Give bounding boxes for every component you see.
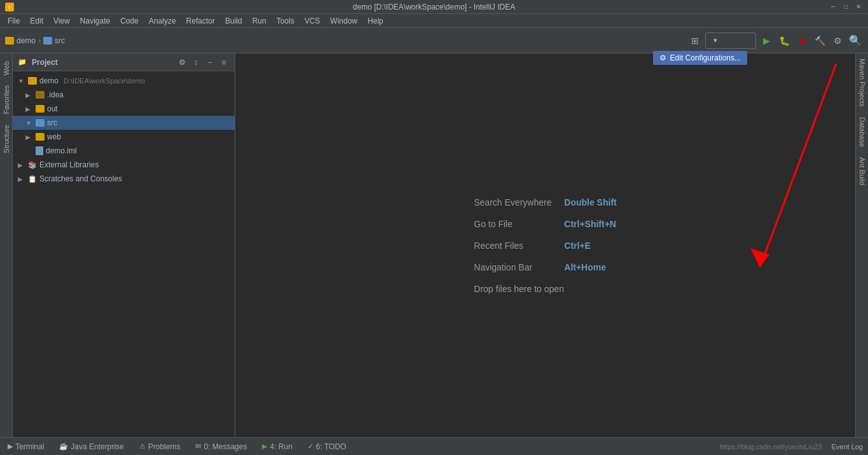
- right-tab-maven[interactable]: Maven Projects: [857, 53, 867, 112]
- expand-arrow-idea: ▶: [25, 92, 33, 99]
- edit-configurations-popup[interactable]: Edit Configurations...: [653, 51, 747, 65]
- project-folder-icon: [5, 37, 14, 45]
- run-config-dropdown[interactable]: ▼: [705, 32, 756, 49]
- right-tab-database[interactable]: Database: [857, 112, 867, 152]
- right-tab-ant[interactable]: Ant Build: [857, 152, 867, 190]
- bottom-tab-problems-label: Problems: [148, 442, 181, 451]
- breadcrumb: demo › src: [5, 36, 65, 45]
- project-panel-title: Project: [32, 58, 58, 67]
- scratches-icon: 📋: [28, 175, 37, 183]
- menu-navigate[interactable]: Navigate: [75, 14, 115, 28]
- hint-goto-label: Go to File: [474, 219, 556, 229]
- panel-more-icon[interactable]: ≡: [218, 57, 230, 68]
- menu-help[interactable]: Help: [362, 14, 389, 28]
- bottom-url: https://blog.csdn.net/yueshiLiu23 Event …: [720, 443, 863, 451]
- breadcrumb-src[interactable]: src: [43, 36, 65, 45]
- bottom-tab-java-enterprise[interactable]: ☕ Java Enterprise: [57, 442, 126, 451]
- left-tab-structure[interactable]: Structure: [1, 120, 11, 158]
- hint-search-key: Double Shift: [564, 197, 616, 207]
- minimize-button[interactable]: ─: [829, 3, 837, 11]
- run-icon: ▶: [262, 442, 267, 451]
- menu-refactor[interactable]: Refactor: [181, 14, 220, 28]
- bottom-tab-java-label: Java Enterprise: [71, 442, 123, 451]
- toolbar-button-1[interactable]: ⊞: [687, 33, 703, 48]
- tree-label-demo: demo: [39, 76, 59, 85]
- hint-search: Search Everywhere Double Shift: [474, 197, 616, 207]
- bottom-tab-todo-label: 6: TODO: [316, 442, 347, 451]
- panel-settings-icon[interactable]: ⚙: [176, 57, 188, 68]
- menu-run[interactable]: Run: [247, 14, 272, 28]
- maximize-button[interactable]: □: [841, 3, 850, 11]
- hint-drop: Drop files here to open: [474, 284, 616, 294]
- menu-analyze[interactable]: Analyze: [144, 14, 181, 28]
- editor-hints: Search Everywhere Double Shift Go to Fil…: [474, 197, 616, 294]
- panel-sync-icon[interactable]: ↕: [190, 57, 202, 68]
- app-icon: I: [5, 3, 14, 11]
- tree-label-web: web: [47, 132, 61, 141]
- hint-search-label: Search Everywhere: [474, 197, 556, 207]
- libraries-icon: 📚: [28, 161, 37, 169]
- panel-header-icons: ⚙ ↕ − ≡: [176, 57, 230, 68]
- bottom-bar: ▶ Terminal ☕ Java Enterprise ⚠ Problems …: [0, 437, 868, 455]
- menu-vcs[interactable]: VCS: [300, 14, 326, 28]
- problems-icon: ⚠: [139, 442, 146, 451]
- menu-window[interactable]: Window: [325, 14, 362, 28]
- bottom-tab-run[interactable]: ▶ 4: Run: [259, 442, 294, 451]
- expand-arrow-src: ▼: [25, 120, 33, 127]
- settings-button[interactable]: ⚙: [830, 33, 845, 48]
- hint-navbar: Navigation Bar Alt+Home: [474, 262, 616, 272]
- messages-icon: ✉: [195, 442, 201, 451]
- tree-item-libraries[interactable]: ▶ 📚 External Libraries: [13, 158, 235, 172]
- panel-collapse-icon[interactable]: −: [204, 57, 216, 68]
- close-button[interactable]: ✕: [854, 3, 863, 11]
- menu-edit[interactable]: Edit: [25, 14, 48, 28]
- menu-build[interactable]: Build: [220, 14, 247, 28]
- edit-config-label: Edit Configurations...: [670, 53, 741, 62]
- run-button[interactable]: ▶: [759, 33, 774, 48]
- menu-bar: File Edit View Navigate Code Analyze Ref…: [0, 14, 868, 28]
- expand-arrow: ▼: [18, 78, 25, 85]
- tree-item-demoixml[interactable]: demo.iml: [13, 144, 235, 158]
- tree-item-out[interactable]: ▶ out: [13, 102, 235, 116]
- bottom-tab-problems[interactable]: ⚠ Problems: [137, 442, 183, 451]
- hint-navbar-label: Navigation Bar: [474, 262, 556, 272]
- hint-recent-label: Recent Files: [474, 241, 556, 251]
- event-log-label[interactable]: Event Log: [831, 443, 863, 451]
- tree-item-idea[interactable]: ▶ .idea: [13, 88, 235, 102]
- build-button[interactable]: 🔨: [812, 33, 827, 48]
- window-title: demo [D:\IDEA\workSpace\demo] - IntelliJ…: [353, 3, 515, 11]
- tree-item-scratches[interactable]: ▶ 📋 Scratches and Consoles: [13, 172, 235, 186]
- tree-item-demo[interactable]: ▼ demo D:\IDEA\workSpace\demo: [13, 74, 235, 88]
- tree-label-out: out: [47, 104, 58, 113]
- hint-goto: Go to File Ctrl+Shift+N: [474, 219, 616, 229]
- menu-tools[interactable]: Tools: [272, 14, 300, 28]
- tree-item-src[interactable]: ▼ src: [13, 116, 235, 130]
- menu-file[interactable]: File: [3, 14, 25, 28]
- iml-file-icon: [36, 146, 43, 155]
- left-tab-web[interactable]: Web: [1, 56, 11, 80]
- tree-item-web[interactable]: ▶ web: [13, 130, 235, 144]
- bottom-tab-messages-label: 0: Messages: [203, 442, 247, 451]
- expand-arrow-libraries: ▶: [18, 162, 25, 169]
- window-controls: ─ □ ✕: [829, 3, 863, 11]
- debug-button[interactable]: 🐛: [776, 33, 792, 48]
- tree-label-src: src: [47, 118, 57, 127]
- bottom-tab-terminal[interactable]: ▶ Terminal: [5, 442, 46, 451]
- hint-recent: Recent Files Ctrl+E: [474, 241, 616, 251]
- main-layout: Web Favorites Structure 📁 Project ⚙ ↕ − …: [0, 53, 868, 437]
- menu-view[interactable]: View: [48, 14, 75, 28]
- search-button[interactable]: 🔍: [848, 33, 863, 48]
- right-sidebar: Maven Projects Database Ant Build: [855, 53, 868, 437]
- stop-button[interactable]: ■: [794, 33, 809, 48]
- left-tab-favorites[interactable]: Favorites: [1, 80, 11, 119]
- idea-folder-icon: [36, 91, 45, 99]
- breadcrumb-project[interactable]: demo: [5, 36, 36, 45]
- toolbar: demo › src ⊞ ▼ ▶ 🐛 ■ 🔨 ⚙ 🔍 Edit Configur…: [0, 28, 868, 53]
- bottom-tab-messages[interactable]: ✉ 0: Messages: [193, 442, 249, 451]
- dropdown-arrow-icon: ▼: [712, 37, 719, 44]
- bottom-tab-todo[interactable]: ✓ 6: TODO: [305, 442, 349, 451]
- hint-goto-key: Ctrl+Shift+N: [564, 219, 616, 229]
- hint-recent-key: Ctrl+E: [564, 241, 591, 251]
- src-folder-icon: [43, 37, 52, 45]
- menu-code[interactable]: Code: [115, 14, 144, 28]
